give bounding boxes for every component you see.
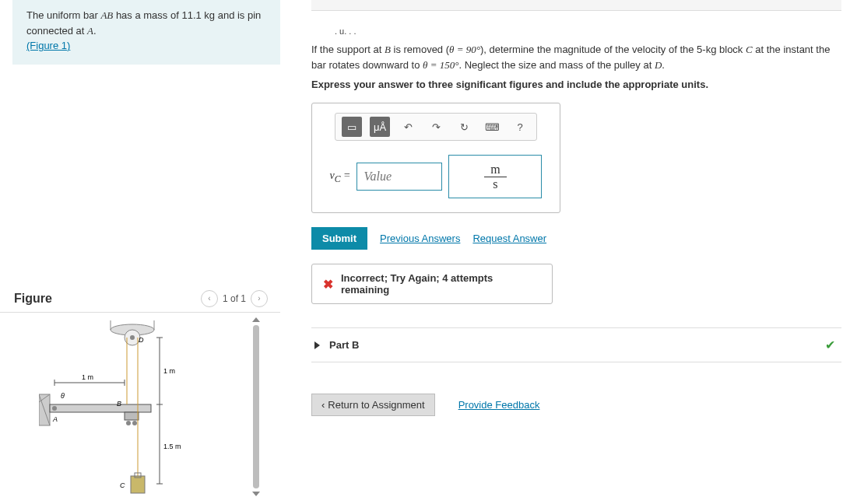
- intro-text: The uniform bar: [26, 9, 100, 21]
- svg-text:B: B: [117, 400, 121, 408]
- instruction-text: Express your answer to three significant…: [311, 79, 841, 90]
- svg-point-15: [130, 335, 135, 340]
- submit-button[interactable]: Submit: [311, 227, 367, 250]
- undo-button[interactable]: ↶: [398, 117, 418, 137]
- check-icon: ✔: [825, 338, 835, 352]
- return-button[interactable]: ‹ Return to Assignment: [311, 394, 435, 416]
- scroll-up-icon[interactable]: [252, 317, 260, 322]
- templates-button[interactable]: ▭: [342, 117, 362, 137]
- svg-text:1.5 m: 1.5 m: [163, 443, 181, 450]
- redo-button[interactable]: ↷: [426, 117, 446, 137]
- unit-denominator: s: [484, 177, 506, 191]
- part-b-label: Part B: [329, 339, 359, 351]
- svg-text:1 m: 1 m: [163, 367, 175, 375]
- previous-answers-link[interactable]: Previous Answers: [380, 233, 460, 244]
- request-answer-link[interactable]: Request Answer: [472, 233, 546, 244]
- svg-point-4: [52, 406, 57, 411]
- svg-rect-7: [125, 412, 139, 420]
- part-a-label: . u. . .: [311, 26, 841, 36]
- var-ab: AB: [100, 9, 113, 21]
- provide-feedback-link[interactable]: Provide Feedback: [458, 399, 540, 411]
- pager-text: 1 of 1: [223, 293, 246, 304]
- value-input[interactable]: [356, 163, 442, 191]
- keyboard-button[interactable]: ⌨: [482, 117, 502, 137]
- pager-next-button[interactable]: ›: [251, 290, 268, 307]
- scroll-down-icon[interactable]: [252, 492, 260, 496]
- svg-text:D: D: [139, 336, 144, 344]
- incorrect-icon: ✖: [323, 277, 333, 292]
- svg-point-8: [126, 421, 131, 425]
- svg-rect-3: [50, 404, 151, 412]
- figure-link[interactable]: (Figure 1): [26, 40, 70, 51]
- svg-text:A: A: [52, 415, 58, 423]
- answer-box: ▭ μÅ ↶ ↷ ↻ ⌨ ? vC = m s: [311, 103, 560, 213]
- svg-rect-19: [131, 476, 145, 493]
- svg-text:θ: θ: [61, 392, 65, 400]
- figure-diagram: A θ B D C: [39, 320, 210, 499]
- vc-label: vC =: [330, 170, 351, 184]
- svg-text:C: C: [120, 481, 125, 489]
- question-text: If the support at B is removed (θ = 90°)…: [311, 42, 841, 72]
- top-strip: [311, 0, 841, 11]
- figure-body: A θ B D C: [0, 313, 280, 502]
- svg-text:1 m: 1 m: [82, 373, 93, 381]
- feedback-text: Incorrect; Try Again; 4 attempts remaini…: [341, 272, 541, 296]
- svg-point-9: [132, 421, 137, 425]
- expand-icon: [314, 341, 320, 349]
- chevron-left-icon: ‹: [321, 399, 325, 411]
- scroll-thumb[interactable]: [253, 325, 259, 488]
- figure-title: Figure: [14, 292, 52, 306]
- unit-box[interactable]: m s: [448, 155, 542, 198]
- help-button[interactable]: ?: [510, 117, 530, 137]
- reset-button[interactable]: ↻: [454, 117, 474, 137]
- unit-numerator: m: [484, 163, 506, 177]
- figure-pager: ‹ 1 of 1 ›: [201, 290, 268, 307]
- problem-intro: The uniform bar AB has a mass of 11.1 kg…: [12, 0, 280, 65]
- feedback-box: ✖ Incorrect; Try Again; 4 attempts remai…: [311, 264, 553, 304]
- symbols-button[interactable]: μÅ: [370, 117, 390, 137]
- answer-toolbar: ▭ μÅ ↶ ↷ ↻ ⌨ ?: [335, 113, 537, 141]
- pager-prev-button[interactable]: ‹: [201, 290, 218, 307]
- part-b-header[interactable]: Part B ✔: [311, 327, 841, 362]
- figure-scrollbar[interactable]: [252, 317, 260, 496]
